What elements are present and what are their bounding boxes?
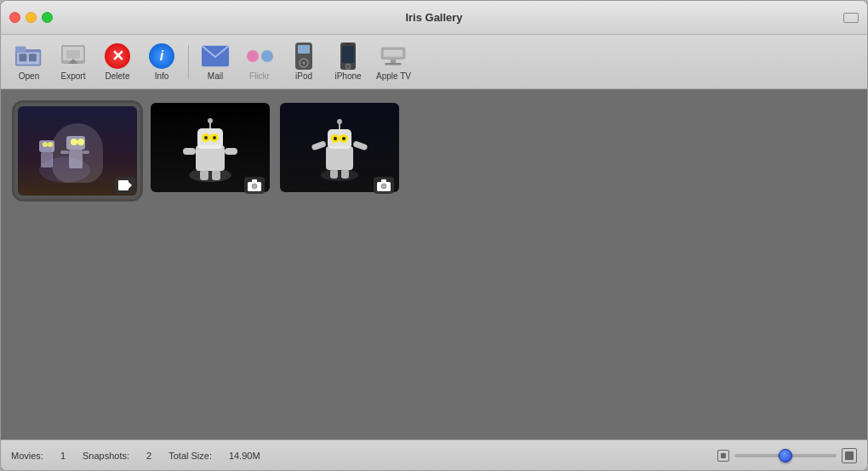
status-bar: Movies: 1 Snapshots: 2 Total Size: 14.90…	[1, 440, 867, 470]
svg-point-51	[321, 169, 358, 181]
svg-point-41	[213, 136, 216, 139]
svg-rect-17	[345, 43, 351, 45]
mail-label: Mail	[208, 71, 223, 81]
export-label: Export	[61, 71, 86, 81]
ipod-button[interactable]: iPod	[283, 39, 325, 84]
svg-rect-28	[69, 150, 83, 168]
svg-rect-27	[66, 136, 85, 150]
zoom-large-icon	[842, 448, 857, 463]
movies-label: Movies:	[11, 451, 43, 461]
iphone-icon	[334, 43, 362, 70]
mail-icon	[202, 43, 229, 70]
svg-rect-61	[352, 140, 368, 150]
zoom-slider[interactable]	[734, 454, 837, 457]
export-icon	[60, 43, 87, 70]
thumbnail-item[interactable]	[280, 103, 399, 199]
svg-rect-46	[200, 170, 208, 180]
svg-point-50	[252, 184, 257, 189]
svg-point-29	[71, 139, 77, 145]
svg-rect-60	[311, 140, 326, 150]
title-bar: Iris Gallery	[1, 1, 867, 35]
svg-rect-47	[212, 170, 220, 180]
main-window: Iris Gallery Open	[0, 0, 868, 471]
appletv-icon	[380, 43, 407, 70]
svg-rect-20	[391, 60, 396, 63]
delete-label: Delete	[106, 71, 130, 81]
svg-rect-36	[196, 145, 225, 171]
svg-rect-52	[326, 146, 353, 170]
svg-rect-1	[15, 46, 26, 52]
thumbnail-grid	[14, 103, 854, 199]
info-icon: i	[148, 43, 175, 70]
flickr-button[interactable]: Flickr	[238, 39, 281, 84]
svg-rect-31	[60, 150, 69, 154]
appletv-button[interactable]: Apple TV	[371, 39, 416, 84]
delete-button[interactable]: ✕ Delete	[96, 39, 139, 84]
delete-icon: ✕	[104, 43, 131, 70]
svg-point-13	[303, 62, 306, 65]
svg-point-43	[208, 118, 213, 123]
svg-point-59	[337, 119, 342, 124]
ipod-label: iPod	[295, 71, 312, 81]
svg-rect-19	[384, 50, 403, 57]
svg-point-66	[381, 184, 386, 189]
iphone-button[interactable]: iPhone	[327, 39, 369, 84]
svg-rect-49	[252, 179, 257, 184]
svg-rect-32	[83, 150, 89, 154]
window-collapse-button[interactable]	[843, 13, 859, 23]
snapshots-label: Snapshots:	[83, 451, 129, 461]
zoom-slider-container	[717, 448, 857, 463]
toolbar: Open Export ✕ Delete i	[1, 35, 867, 89]
camera-badge	[374, 177, 394, 194]
svg-point-57	[342, 137, 345, 140]
appletv-label: Apple TV	[376, 71, 411, 81]
svg-rect-4	[29, 54, 37, 61]
info-label: Info	[155, 71, 169, 81]
close-button[interactable]	[9, 12, 20, 23]
svg-point-25	[43, 142, 48, 147]
ipod-icon	[290, 43, 317, 70]
svg-rect-44	[183, 148, 196, 155]
content-area	[1, 89, 867, 440]
svg-rect-3	[19, 54, 26, 61]
info-button[interactable]: i Info	[140, 39, 183, 84]
total-size: 14.90M	[229, 451, 260, 461]
open-label: Open	[19, 71, 39, 81]
movie-badge	[115, 177, 135, 194]
svg-marker-34	[128, 182, 132, 189]
zoom-small-icon	[717, 450, 729, 462]
thumbnail-item[interactable]	[14, 103, 140, 199]
svg-point-56	[334, 137, 337, 140]
iphone-label: iPhone	[334, 71, 361, 81]
flickr-label: Flickr	[249, 71, 270, 81]
svg-rect-65	[381, 179, 386, 184]
window-title: Iris Gallery	[405, 11, 462, 24]
mail-button[interactable]: Mail	[194, 39, 237, 84]
svg-rect-21	[385, 63, 402, 65]
thumbnail-item[interactable]	[151, 103, 270, 199]
open-button[interactable]: Open	[8, 39, 50, 84]
svg-rect-24	[41, 152, 53, 167]
svg-rect-63	[341, 169, 349, 179]
movies-count: 1	[60, 451, 66, 461]
svg-rect-45	[225, 148, 237, 155]
open-icon	[15, 43, 43, 70]
svg-rect-11	[298, 45, 310, 54]
svg-point-26	[48, 142, 53, 147]
svg-point-30	[77, 139, 84, 145]
export-button[interactable]: Export	[52, 39, 94, 84]
total-label: Total Size:	[168, 451, 212, 461]
svg-rect-7	[66, 50, 80, 59]
minimize-button[interactable]	[26, 12, 37, 23]
svg-point-40	[204, 136, 208, 139]
svg-rect-33	[118, 180, 128, 190]
svg-rect-15	[342, 46, 354, 63]
snapshots-count: 2	[146, 451, 151, 461]
flickr-icon	[246, 43, 273, 70]
maximize-button[interactable]	[42, 12, 53, 23]
svg-rect-37	[197, 128, 223, 149]
svg-rect-62	[330, 169, 338, 179]
traffic-lights	[9, 12, 53, 23]
camera-badge	[244, 177, 265, 194]
separator-1	[188, 45, 189, 79]
